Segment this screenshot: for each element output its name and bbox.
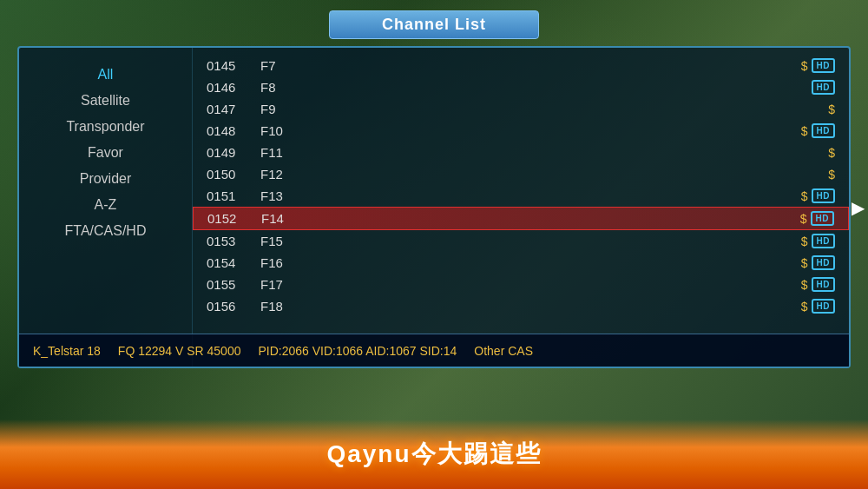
dollar-icon: $: [801, 300, 808, 314]
hd-badge: HD: [812, 234, 835, 248]
channel-number: 0154: [207, 255, 250, 270]
menu-item-ftacashd[interactable]: FTA/CAS/HD: [28, 221, 183, 241]
channel-row[interactable]: 0149F11$: [193, 142, 849, 163]
hd-badge: HD: [812, 188, 835, 203]
hd-badge: HD: [812, 123, 835, 138]
channel-list-title: Channel List: [329, 10, 539, 39]
status-frequency: FQ 12294 V SR 45000: [118, 344, 241, 358]
channel-name: F7: [260, 58, 791, 73]
channel-icons: $HD: [801, 123, 835, 138]
status-cas: Other CAS: [474, 344, 533, 358]
channel-name: F8: [260, 80, 801, 95]
hd-badge: HD: [812, 299, 835, 314]
menu-item-favor[interactable]: Favor: [28, 143, 183, 162]
channel-icons: $: [828, 102, 835, 116]
channel-icons: $HD: [801, 299, 835, 314]
main-panel: Channel List All Satellite Transponder F…: [17, 10, 851, 420]
dollar-icon: $: [801, 189, 808, 203]
status-bar: K_Telstar 18 FQ 12294 V SR 45000 PID:206…: [19, 334, 849, 367]
channel-icons: $HD: [801, 277, 835, 292]
channel-row[interactable]: 0156F18$HD: [193, 295, 849, 317]
channel-number: 0152: [207, 211, 251, 226]
left-menu: All Satellite Transponder Favor Provider…: [19, 48, 193, 367]
channel-icons: HD: [812, 80, 835, 95]
channel-name: F16: [260, 255, 791, 270]
channel-number: 0155: [207, 277, 250, 292]
menu-item-transponder[interactable]: Transponder: [28, 117, 183, 136]
content-area: All Satellite Transponder Favor Provider…: [17, 46, 851, 368]
menu-item-satellite[interactable]: Satellite: [28, 91, 183, 110]
channel-number: 0151: [207, 188, 250, 203]
channel-icons: $HD: [801, 234, 835, 248]
hd-badge: HD: [811, 211, 834, 226]
channel-icons: $HD: [801, 58, 835, 73]
channel-icons: $HD: [800, 211, 834, 226]
channel-number: 0150: [207, 167, 250, 182]
channel-row[interactable]: 0153F15$HD: [193, 230, 849, 252]
menu-item-az[interactable]: A-Z: [28, 195, 183, 215]
dollar-icon: $: [828, 168, 835, 182]
title-bar: Channel List: [17, 10, 851, 39]
dollar-icon: $: [801, 256, 808, 270]
channel-number: 0149: [207, 145, 250, 160]
channel-row[interactable]: 0150F12$: [193, 163, 849, 185]
channel-icons: $: [828, 146, 835, 160]
status-pid: PID:2066 VID:1066 AID:1067 SID:14: [258, 344, 457, 358]
dollar-icon: $: [801, 124, 808, 138]
dollar-icon: $: [828, 146, 835, 160]
dollar-icon: $: [801, 278, 808, 292]
channel-number: 0148: [207, 123, 250, 138]
channel-name: F12: [260, 167, 818, 182]
channel-number: 0145: [207, 58, 250, 73]
channel-number: 0146: [207, 80, 250, 95]
channel-name: F13: [260, 188, 791, 203]
dollar-icon: $: [800, 212, 807, 226]
status-satellite: K_Telstar 18: [33, 344, 101, 358]
channel-row[interactable]: 0146F8HD: [193, 76, 849, 98]
channel-name: F9: [260, 102, 818, 116]
channel-row[interactable]: 0151F13$HD: [193, 185, 849, 207]
channel-number: 0147: [207, 102, 250, 116]
hd-badge: HD: [812, 80, 835, 95]
hd-badge: HD: [812, 255, 835, 270]
channel-row[interactable]: 0152F14$HD: [193, 207, 849, 230]
hd-badge: HD: [812, 277, 835, 292]
channel-row[interactable]: 0154F16$HD: [193, 252, 849, 274]
channel-icons: $: [828, 168, 835, 182]
dollar-icon: $: [801, 235, 808, 248]
menu-item-provider[interactable]: Provider: [28, 169, 183, 188]
channel-number: 0153: [207, 234, 250, 248]
channel-row[interactable]: 0145F7$HD: [193, 55, 849, 76]
subtitle-text: Qaynu今大踢這些: [326, 438, 541, 471]
channel-name: F15: [260, 234, 791, 248]
menu-item-all[interactable]: All: [28, 65, 183, 84]
channel-name: F17: [260, 277, 791, 292]
channel-list: 0145F7$HD0146F8HD0147F9$0148F10$HD0149F1…: [193, 48, 849, 367]
channel-number: 0156: [207, 299, 250, 314]
channel-name: F18: [260, 299, 791, 314]
dollar-icon: $: [828, 102, 835, 116]
channel-row[interactable]: 0147F9$: [193, 98, 849, 120]
channel-icons: $HD: [801, 255, 835, 270]
channel-icons: $HD: [801, 188, 835, 203]
channel-row[interactable]: 0155F17$HD: [193, 274, 849, 295]
channel-name: F11: [260, 145, 818, 160]
channel-row[interactable]: 0148F10$HD: [193, 120, 849, 142]
scroll-arrow-right: ▶: [852, 197, 865, 218]
hd-badge: HD: [812, 58, 835, 73]
dollar-icon: $: [801, 59, 808, 73]
bottom-fire-area: Qaynu今大踢這些: [0, 420, 868, 489]
channel-name: F10: [260, 123, 791, 138]
channel-name: F14: [261, 211, 790, 226]
